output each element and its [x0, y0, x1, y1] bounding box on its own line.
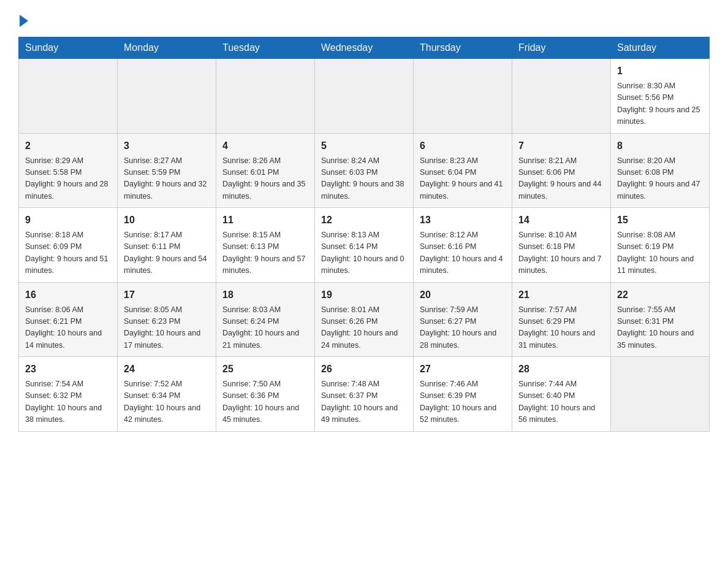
- calendar-cell: 12Sunrise: 8:13 AM Sunset: 6:14 PM Dayli…: [315, 208, 414, 283]
- calendar-cell: 27Sunrise: 7:46 AM Sunset: 6:39 PM Dayli…: [414, 357, 512, 432]
- calendar-cell: 20Sunrise: 7:59 AM Sunset: 6:27 PM Dayli…: [414, 282, 512, 357]
- calendar-week-row: 2Sunrise: 8:29 AM Sunset: 5:58 PM Daylig…: [19, 133, 710, 208]
- day-info: Sunrise: 8:21 AM Sunset: 6:06 PM Dayligh…: [518, 155, 604, 203]
- calendar-week-row: 1Sunrise: 8:30 AM Sunset: 5:56 PM Daylig…: [19, 59, 710, 134]
- day-info: Sunrise: 8:10 AM Sunset: 6:18 PM Dayligh…: [518, 229, 604, 277]
- day-number: 15: [617, 213, 703, 228]
- calendar-cell: 28Sunrise: 7:44 AM Sunset: 6:40 PM Dayli…: [512, 357, 611, 432]
- day-info: Sunrise: 8:06 AM Sunset: 6:21 PM Dayligh…: [25, 304, 111, 352]
- calendar-table: SundayMondayTuesdayWednesdayThursdayFrid…: [18, 37, 710, 432]
- calendar-cell: 4Sunrise: 8:26 AM Sunset: 6:01 PM Daylig…: [216, 133, 315, 208]
- calendar-cell: 5Sunrise: 8:24 AM Sunset: 6:03 PM Daylig…: [315, 133, 414, 208]
- day-info: Sunrise: 8:29 AM Sunset: 5:58 PM Dayligh…: [25, 155, 111, 203]
- logo-arrow-icon: [20, 15, 28, 27]
- weekday-header-monday: Monday: [118, 37, 216, 59]
- day-number: 19: [321, 288, 407, 302]
- day-number: 21: [518, 288, 604, 302]
- day-number: 14: [518, 213, 604, 228]
- calendar-cell: [512, 59, 611, 134]
- weekday-header-friday: Friday: [512, 37, 611, 59]
- calendar-cell: 14Sunrise: 8:10 AM Sunset: 6:18 PM Dayli…: [512, 208, 611, 283]
- day-info: Sunrise: 7:52 AM Sunset: 6:34 PM Dayligh…: [124, 378, 210, 426]
- day-number: 18: [222, 288, 308, 302]
- day-info: Sunrise: 7:48 AM Sunset: 6:37 PM Dayligh…: [321, 378, 407, 426]
- weekday-header-wednesday: Wednesday: [315, 37, 414, 59]
- day-info: Sunrise: 8:13 AM Sunset: 6:14 PM Dayligh…: [321, 229, 407, 277]
- calendar-cell: 23Sunrise: 7:54 AM Sunset: 6:32 PM Dayli…: [19, 357, 118, 432]
- day-number: 4: [222, 139, 308, 153]
- calendar-cell: 17Sunrise: 8:05 AM Sunset: 6:23 PM Dayli…: [118, 282, 216, 357]
- day-info: Sunrise: 8:20 AM Sunset: 6:08 PM Dayligh…: [617, 155, 703, 203]
- calendar-cell: 6Sunrise: 8:23 AM Sunset: 6:04 PM Daylig…: [414, 133, 512, 208]
- weekday-header-saturday: Saturday: [611, 37, 710, 59]
- calendar-cell: [118, 59, 216, 134]
- day-number: 6: [420, 139, 506, 153]
- calendar-week-row: 23Sunrise: 7:54 AM Sunset: 6:32 PM Dayli…: [19, 357, 710, 432]
- day-info: Sunrise: 8:30 AM Sunset: 5:56 PM Dayligh…: [617, 80, 703, 128]
- calendar-cell: 16Sunrise: 8:06 AM Sunset: 6:21 PM Dayli…: [19, 282, 118, 357]
- day-info: Sunrise: 7:46 AM Sunset: 6:39 PM Dayligh…: [420, 378, 506, 426]
- day-number: 1: [617, 64, 703, 79]
- day-info: Sunrise: 7:59 AM Sunset: 6:27 PM Dayligh…: [420, 304, 506, 352]
- day-number: 27: [420, 362, 506, 377]
- day-number: 20: [420, 288, 506, 302]
- calendar-cell: [315, 59, 414, 134]
- day-info: Sunrise: 8:17 AM Sunset: 6:11 PM Dayligh…: [124, 229, 210, 277]
- calendar-cell: 26Sunrise: 7:48 AM Sunset: 6:37 PM Dayli…: [315, 357, 414, 432]
- calendar-cell: 24Sunrise: 7:52 AM Sunset: 6:34 PM Dayli…: [118, 357, 216, 432]
- day-number: 10: [124, 213, 210, 228]
- day-number: 17: [124, 288, 210, 302]
- calendar-cell: 21Sunrise: 7:57 AM Sunset: 6:29 PM Dayli…: [512, 282, 611, 357]
- day-info: Sunrise: 7:54 AM Sunset: 6:32 PM Dayligh…: [25, 378, 111, 426]
- calendar-week-row: 16Sunrise: 8:06 AM Sunset: 6:21 PM Dayli…: [19, 282, 710, 357]
- calendar-cell: 13Sunrise: 8:12 AM Sunset: 6:16 PM Dayli…: [414, 208, 512, 283]
- day-number: 9: [25, 213, 111, 228]
- day-number: 11: [222, 213, 308, 228]
- calendar-cell: 11Sunrise: 8:15 AM Sunset: 6:13 PM Dayli…: [216, 208, 315, 283]
- day-info: Sunrise: 7:50 AM Sunset: 6:36 PM Dayligh…: [222, 378, 308, 426]
- day-number: 3: [124, 139, 210, 153]
- day-info: Sunrise: 8:23 AM Sunset: 6:04 PM Dayligh…: [420, 155, 506, 203]
- day-number: 26: [321, 362, 407, 377]
- day-number: 25: [222, 362, 308, 377]
- day-number: 23: [25, 362, 111, 377]
- calendar-cell: [216, 59, 315, 134]
- calendar-cell: 2Sunrise: 8:29 AM Sunset: 5:58 PM Daylig…: [19, 133, 118, 208]
- day-number: 13: [420, 213, 506, 228]
- calendar-cell: 3Sunrise: 8:27 AM Sunset: 5:59 PM Daylig…: [118, 133, 216, 208]
- calendar-cell: [19, 59, 118, 134]
- calendar-cell: [611, 357, 710, 432]
- day-number: 22: [617, 288, 703, 302]
- calendar-cell: 8Sunrise: 8:20 AM Sunset: 6:08 PM Daylig…: [611, 133, 710, 208]
- calendar-cell: 9Sunrise: 8:18 AM Sunset: 6:09 PM Daylig…: [19, 208, 118, 283]
- day-number: 16: [25, 288, 111, 302]
- day-number: 28: [518, 362, 604, 377]
- page-header: [18, 12, 710, 27]
- day-number: 24: [124, 362, 210, 377]
- day-info: Sunrise: 8:26 AM Sunset: 6:01 PM Dayligh…: [222, 155, 308, 203]
- day-info: Sunrise: 8:27 AM Sunset: 5:59 PM Dayligh…: [124, 155, 210, 203]
- day-info: Sunrise: 8:03 AM Sunset: 6:24 PM Dayligh…: [222, 304, 308, 352]
- day-number: 7: [518, 139, 604, 153]
- weekday-header-row: SundayMondayTuesdayWednesdayThursdayFrid…: [19, 37, 710, 59]
- day-info: Sunrise: 8:18 AM Sunset: 6:09 PM Dayligh…: [25, 229, 111, 277]
- calendar-cell: 22Sunrise: 7:55 AM Sunset: 6:31 PM Dayli…: [611, 282, 710, 357]
- calendar-cell: 1Sunrise: 8:30 AM Sunset: 5:56 PM Daylig…: [611, 59, 710, 134]
- calendar-cell: 18Sunrise: 8:03 AM Sunset: 6:24 PM Dayli…: [216, 282, 315, 357]
- calendar-week-row: 9Sunrise: 8:18 AM Sunset: 6:09 PM Daylig…: [19, 208, 710, 283]
- calendar-cell: 10Sunrise: 8:17 AM Sunset: 6:11 PM Dayli…: [118, 208, 216, 283]
- weekday-header-thursday: Thursday: [414, 37, 512, 59]
- calendar-cell: [414, 59, 512, 134]
- day-info: Sunrise: 7:57 AM Sunset: 6:29 PM Dayligh…: [518, 304, 604, 352]
- day-number: 5: [321, 139, 407, 153]
- day-info: Sunrise: 8:15 AM Sunset: 6:13 PM Dayligh…: [222, 229, 308, 277]
- calendar-cell: 7Sunrise: 8:21 AM Sunset: 6:06 PM Daylig…: [512, 133, 611, 208]
- day-info: Sunrise: 8:24 AM Sunset: 6:03 PM Dayligh…: [321, 155, 407, 203]
- day-info: Sunrise: 8:08 AM Sunset: 6:19 PM Dayligh…: [617, 229, 703, 277]
- day-number: 2: [25, 139, 111, 153]
- day-info: Sunrise: 7:44 AM Sunset: 6:40 PM Dayligh…: [518, 378, 604, 426]
- day-info: Sunrise: 8:05 AM Sunset: 6:23 PM Dayligh…: [124, 304, 210, 352]
- calendar-cell: 25Sunrise: 7:50 AM Sunset: 6:36 PM Dayli…: [216, 357, 315, 432]
- weekday-header-sunday: Sunday: [19, 37, 118, 59]
- day-info: Sunrise: 8:12 AM Sunset: 6:16 PM Dayligh…: [420, 229, 506, 277]
